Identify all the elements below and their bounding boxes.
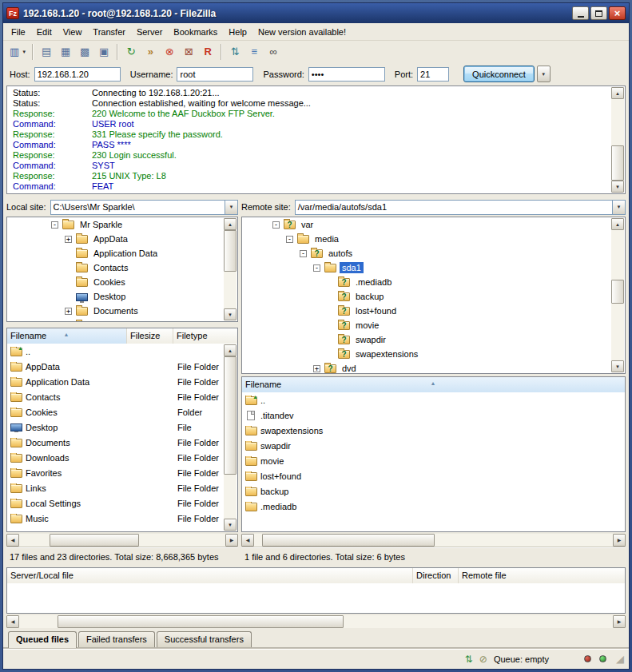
toolbar-button[interactable]: ⇅ bbox=[225, 43, 244, 61]
server-local-file-column-header[interactable]: Server/Local file bbox=[7, 568, 413, 583]
log-scrollbar[interactable]: ▲ ▼ bbox=[611, 87, 624, 193]
local-horizontal-scrollbar[interactable]: ◀ ▶ bbox=[6, 534, 238, 547]
port-input[interactable] bbox=[417, 67, 449, 82]
file-row[interactable]: Music File Folder bbox=[7, 511, 225, 526]
menu-item[interactable]: New version available! bbox=[252, 25, 352, 39]
scrollbar-thumb[interactable] bbox=[50, 534, 139, 547]
scrollbar-thumb[interactable] bbox=[224, 230, 237, 272]
toolbar-button[interactable]: ∞ bbox=[264, 43, 283, 61]
toolbar-button[interactable]: » bbox=[141, 43, 160, 61]
file-row[interactable]: Desktop File bbox=[7, 420, 225, 435]
scroll-down-icon[interactable]: ▼ bbox=[224, 519, 237, 531]
remote-site-combobox[interactable]: /var/media/autofs/sda1 ▼ bbox=[295, 200, 626, 215]
file-row[interactable]: Documents File Folder bbox=[7, 435, 225, 450]
scroll-left-icon[interactable]: ◀ bbox=[6, 615, 19, 628]
file-row[interactable]: Cookies Folder bbox=[7, 404, 225, 420]
file-row[interactable]: Links File Folder bbox=[7, 480, 225, 495]
scroll-down-icon[interactable]: ▼ bbox=[611, 360, 624, 372]
tab-failed-transfers[interactable]: Failed transfers bbox=[78, 631, 155, 647]
remote-horizontal-scrollbar[interactable]: ◀ ▶ bbox=[241, 534, 626, 547]
tree-expander-icon[interactable] bbox=[51, 221, 58, 229]
menu-item[interactable]: Edit bbox=[31, 25, 58, 39]
title-bar[interactable]: Fz 192.168.1.20 - root@192.168.1.20 - Fi… bbox=[3, 3, 629, 23]
tree-item[interactable]: var bbox=[242, 217, 611, 232]
toolbar-button[interactable]: ▩ bbox=[75, 43, 94, 61]
tree-item[interactable]: swapdir bbox=[242, 332, 611, 347]
speed-limits-icon[interactable]: ⊘ bbox=[479, 654, 487, 665]
toolbar-button[interactable]: ≡ bbox=[244, 43, 264, 61]
resize-grip[interactable]: ◢ bbox=[616, 654, 624, 664]
remote-tree-scrollbar[interactable]: ▲ ▼ bbox=[611, 218, 624, 372]
tree-expander-icon[interactable] bbox=[300, 250, 307, 257]
close-button[interactable]: × bbox=[609, 6, 626, 20]
tree-expander-icon[interactable] bbox=[313, 365, 320, 372]
toolbar-button[interactable]: R bbox=[198, 43, 217, 61]
host-input[interactable] bbox=[34, 67, 121, 82]
tree-item[interactable]: movie bbox=[242, 318, 611, 332]
scrollbar-thumb[interactable] bbox=[262, 534, 435, 547]
menu-item[interactable]: Transfer bbox=[87, 25, 131, 39]
filename-column-header[interactable]: Filename bbox=[7, 328, 127, 344]
local-list-scrollbar[interactable]: ▲ ▼ bbox=[224, 344, 237, 531]
scroll-left-icon[interactable]: ◀ bbox=[6, 534, 19, 547]
tree-expander-icon[interactable] bbox=[65, 308, 72, 315]
tab-queued-files[interactable]: Queued files bbox=[8, 631, 77, 648]
toolbar-button[interactable]: ⊠ bbox=[179, 43, 198, 61]
tree-expander-icon[interactable] bbox=[313, 264, 320, 272]
file-row[interactable]: AppData File Folder bbox=[7, 359, 225, 374]
quickconnect-button[interactable]: Quickconnect bbox=[463, 66, 535, 82]
scrollbar-thumb[interactable] bbox=[611, 280, 624, 304]
minimize-button[interactable] bbox=[572, 6, 589, 20]
toolbar-button[interactable]: ▥▼ bbox=[7, 43, 29, 61]
toolbar-button[interactable]: ▦ bbox=[56, 43, 75, 61]
tree-item[interactable]: Documents bbox=[7, 304, 224, 318]
filetype-column-header[interactable]: Filetype bbox=[173, 328, 237, 344]
menu-item[interactable]: View bbox=[58, 25, 88, 39]
tree-item[interactable]: .mediadb bbox=[242, 275, 611, 289]
transfer-activity-icon[interactable]: ⇅ bbox=[465, 654, 473, 665]
toolbar-button[interactable]: ▣ bbox=[94, 43, 113, 61]
file-row[interactable]: Favorites File Folder bbox=[7, 465, 225, 480]
tree-item[interactable]: AppData bbox=[7, 232, 224, 246]
scrollbar-thumb[interactable] bbox=[58, 615, 344, 628]
tree-item[interactable]: sda1 bbox=[242, 260, 611, 275]
file-row[interactable]: lost+found bbox=[242, 468, 625, 483]
toolbar-button[interactable]: ▤ bbox=[37, 43, 56, 61]
password-input[interactable] bbox=[308, 67, 385, 82]
scroll-up-icon[interactable]: ▲ bbox=[611, 218, 624, 230]
tree-expander-icon[interactable] bbox=[65, 236, 72, 243]
tree-item[interactable]: swapextensions bbox=[242, 347, 611, 361]
tree-item[interactable]: media bbox=[242, 232, 611, 246]
menu-item[interactable]: Server bbox=[131, 25, 168, 39]
scroll-up-icon[interactable]: ▲ bbox=[224, 218, 237, 230]
tree-item[interactable]: Desktop bbox=[7, 289, 224, 304]
quickconnect-dropdown-button[interactable]: ▼ bbox=[537, 66, 551, 82]
tree-item[interactable]: autofs bbox=[242, 246, 611, 260]
remote-file-column-header[interactable]: Remote file bbox=[459, 568, 625, 583]
tree-item[interactable]: Downloads bbox=[7, 318, 224, 322]
menu-item[interactable]: Bookmarks bbox=[168, 25, 223, 39]
scroll-right-icon[interactable]: ▶ bbox=[613, 534, 626, 547]
local-site-combobox[interactable]: C:\Users\Mr Sparkle\ ▼ bbox=[50, 200, 238, 215]
file-row[interactable]: Application Data File Folder bbox=[7, 374, 225, 389]
scroll-right-icon[interactable]: ▶ bbox=[225, 534, 238, 547]
file-row[interactable]: .. bbox=[7, 344, 225, 359]
file-row[interactable]: Contacts File Folder bbox=[7, 389, 225, 404]
scroll-left-icon[interactable]: ◀ bbox=[241, 534, 254, 547]
file-row[interactable]: .mediadb bbox=[242, 499, 625, 514]
file-row[interactable]: swapdir bbox=[242, 438, 625, 453]
chevron-down-icon[interactable]: ▼ bbox=[225, 201, 237, 214]
scroll-up-icon[interactable]: ▲ bbox=[611, 87, 624, 99]
scroll-down-icon[interactable]: ▼ bbox=[224, 308, 237, 320]
direction-column-header[interactable]: Direction bbox=[413, 568, 459, 583]
scroll-down-icon[interactable]: ▼ bbox=[611, 181, 624, 193]
file-row[interactable]: Local Settings File Folder bbox=[7, 495, 225, 511]
tree-expander-icon[interactable] bbox=[65, 322, 72, 323]
tree-expander-icon[interactable] bbox=[286, 236, 293, 243]
menu-item[interactable]: Help bbox=[223, 25, 252, 39]
file-row[interactable]: swapextensions bbox=[242, 423, 625, 438]
tree-item[interactable]: lost+found bbox=[242, 304, 611, 318]
tree-item[interactable]: Contacts bbox=[7, 260, 224, 275]
tree-item[interactable]: Cookies bbox=[7, 275, 224, 289]
file-row[interactable]: .. bbox=[242, 392, 625, 408]
